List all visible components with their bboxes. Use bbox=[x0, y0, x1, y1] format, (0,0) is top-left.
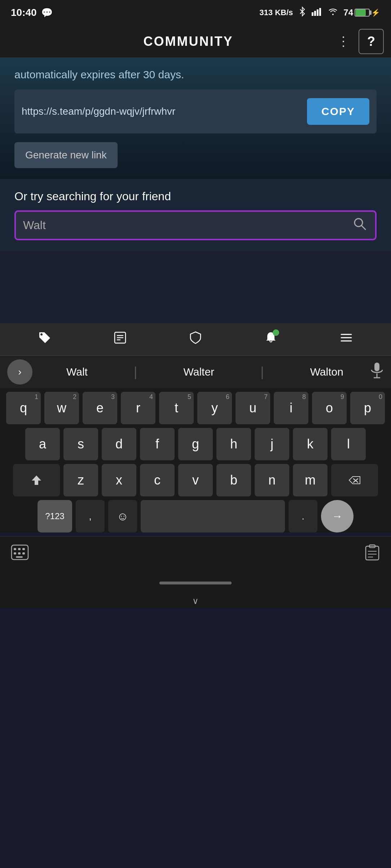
wifi-icon bbox=[328, 7, 338, 18]
key-p[interactable]: 0p bbox=[350, 392, 385, 424]
key-m[interactable]: m bbox=[293, 464, 328, 496]
svg-point-7 bbox=[40, 333, 43, 336]
signal-icon bbox=[312, 7, 322, 18]
data-speed: 313 KB/s bbox=[259, 8, 293, 17]
key-d[interactable]: d bbox=[102, 428, 136, 460]
key-w[interactable]: 2w bbox=[44, 392, 79, 424]
key-k[interactable]: k bbox=[293, 428, 328, 460]
search-input-wrapper[interactable] bbox=[14, 210, 377, 240]
caret-row: ∨ bbox=[0, 594, 391, 608]
svg-rect-24 bbox=[14, 552, 16, 554]
status-left: 10:40 💬 bbox=[11, 7, 53, 18]
key-s[interactable]: s bbox=[63, 428, 98, 460]
key-t[interactable]: 5t bbox=[159, 392, 194, 424]
key-z[interactable]: z bbox=[63, 464, 98, 496]
empty-area bbox=[0, 251, 391, 323]
svg-rect-1 bbox=[312, 12, 313, 16]
key-c[interactable]: c bbox=[140, 464, 175, 496]
key-v[interactable]: v bbox=[178, 464, 213, 496]
keyboard-row-1: 1q 2w 3e 4r 5t 6y 7u 8i 9o 0p bbox=[3, 392, 388, 424]
shift-key[interactable] bbox=[13, 464, 60, 496]
comma-key[interactable]: , bbox=[76, 500, 105, 532]
keyboard: 1q 2w 3e 4r 5t 6y 7u 8i 9o 0p a s d f g … bbox=[0, 388, 391, 532]
search-icon-button[interactable] bbox=[351, 215, 368, 235]
hamburger-toolbar-icon[interactable] bbox=[339, 331, 353, 348]
svg-line-6 bbox=[361, 225, 365, 229]
generate-new-link-button[interactable]: Generate new link bbox=[14, 142, 118, 168]
more-options-icon[interactable]: ⋮ bbox=[333, 30, 353, 53]
key-a[interactable]: a bbox=[25, 428, 60, 460]
time-display: 10:40 bbox=[11, 7, 37, 18]
bottom-bar bbox=[0, 536, 391, 572]
page-title: COMMUNITY bbox=[43, 34, 333, 49]
status-right: 313 KB/s 74 ⚡ bbox=[259, 6, 380, 19]
home-indicator bbox=[0, 572, 391, 594]
key-e[interactable]: 3e bbox=[83, 392, 117, 424]
expiry-text: automatically expires after 30 days. bbox=[14, 69, 377, 81]
whatsapp-icon: 💬 bbox=[41, 7, 53, 18]
keyboard-settings-icon[interactable] bbox=[11, 544, 29, 564]
autocomplete-suggestions: Walt | Walter | Walton bbox=[40, 362, 370, 382]
tag-toolbar-icon[interactable] bbox=[38, 331, 52, 348]
keyboard-row-4: ?123 , ☺ . → bbox=[3, 500, 388, 532]
key-i[interactable]: 8i bbox=[274, 392, 308, 424]
autocomplete-word-3[interactable]: Walton bbox=[303, 362, 351, 382]
enter-icon: → bbox=[332, 510, 343, 522]
invite-section: automatically expires after 30 days. htt… bbox=[0, 58, 391, 179]
battery-percent: 74 bbox=[343, 8, 353, 18]
svg-rect-2 bbox=[314, 11, 316, 16]
key-x[interactable]: x bbox=[102, 464, 136, 496]
notes-toolbar-icon[interactable] bbox=[113, 331, 127, 348]
numbers-key-label: ?123 bbox=[45, 511, 64, 521]
charging-icon: ⚡ bbox=[371, 8, 380, 17]
key-y[interactable]: 6y bbox=[197, 392, 232, 424]
key-j[interactable]: j bbox=[255, 428, 289, 460]
search-input[interactable] bbox=[23, 219, 348, 232]
key-o[interactable]: 9o bbox=[312, 392, 347, 424]
search-icon bbox=[353, 217, 366, 231]
key-l[interactable]: l bbox=[331, 428, 366, 460]
battery-indicator: 74 ⚡ bbox=[343, 8, 380, 18]
svg-rect-3 bbox=[317, 9, 318, 16]
key-n[interactable]: n bbox=[255, 464, 289, 496]
key-u[interactable]: 7u bbox=[236, 392, 270, 424]
autocomplete-word-1[interactable]: Walt bbox=[59, 362, 95, 382]
period-key-label: . bbox=[302, 511, 304, 522]
keyboard-row-2: a s d f g h j k l bbox=[3, 428, 388, 460]
key-h[interactable]: h bbox=[216, 428, 251, 460]
space-key[interactable] bbox=[141, 500, 285, 532]
svg-rect-26 bbox=[22, 552, 25, 554]
clipboard-icon[interactable] bbox=[364, 544, 380, 565]
link-box: https://s.team/p/ggdn-wqjv/jrfrwhvr COPY bbox=[14, 89, 377, 133]
shield-toolbar-icon[interactable] bbox=[189, 331, 202, 348]
invite-link: https://s.team/p/ggdn-wqjv/jrfrwhvr bbox=[22, 106, 301, 117]
emoji-key[interactable]: ☺ bbox=[108, 500, 137, 532]
home-bar bbox=[159, 582, 232, 584]
bell-toolbar-icon[interactable] bbox=[264, 331, 278, 348]
comma-key-label: , bbox=[89, 511, 91, 522]
app-bar: COMMUNITY ⋮ ? bbox=[0, 25, 391, 58]
caret-down-icon: ∨ bbox=[192, 596, 199, 606]
emoji-icon: ☺ bbox=[117, 510, 129, 523]
key-q[interactable]: 1q bbox=[6, 392, 41, 424]
enter-key[interactable]: → bbox=[321, 500, 353, 532]
svg-rect-21 bbox=[14, 548, 16, 550]
status-bar: 10:40 💬 313 KB/s 74 bbox=[0, 0, 391, 25]
period-key[interactable]: . bbox=[289, 500, 317, 532]
copy-button[interactable]: COPY bbox=[307, 98, 369, 125]
search-section: Or try searching for your friend bbox=[0, 179, 391, 251]
key-r[interactable]: 4r bbox=[121, 392, 155, 424]
svg-rect-23 bbox=[22, 548, 25, 550]
autocomplete-expand-button[interactable]: › bbox=[7, 359, 32, 385]
bluetooth-icon bbox=[298, 6, 307, 19]
keyboard-row-3: z x c v b n m bbox=[3, 464, 388, 496]
key-b[interactable]: b bbox=[216, 464, 251, 496]
key-f[interactable]: f bbox=[140, 428, 175, 460]
help-button[interactable]: ? bbox=[359, 29, 384, 54]
numbers-key[interactable]: ?123 bbox=[38, 500, 72, 532]
key-g[interactable]: g bbox=[178, 428, 213, 460]
backspace-key[interactable] bbox=[331, 464, 378, 496]
microphone-button[interactable] bbox=[370, 362, 384, 382]
svg-rect-27 bbox=[16, 556, 23, 558]
autocomplete-word-2[interactable]: Walter bbox=[176, 362, 222, 382]
